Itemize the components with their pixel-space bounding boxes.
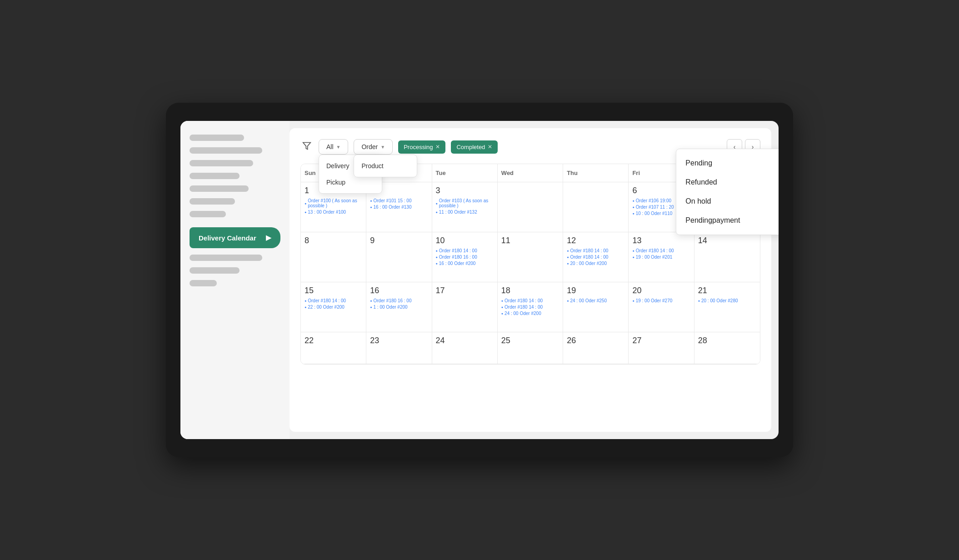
order-dropdown-wrapper: Order ▼ Product — [354, 139, 393, 155]
cal-event-10-3: 16 : 00 Oder #200 — [436, 261, 494, 266]
refunded-option[interactable]: Refunded — [676, 173, 779, 192]
header-thu: Thu — [563, 164, 629, 182]
cal-date-18: 18 — [501, 286, 559, 295]
cal-date-26: 26 — [567, 336, 624, 345]
cal-cell-9[interactable]: 9 — [366, 232, 432, 282]
sidebar-skeleton-10 — [190, 280, 217, 286]
order-dropdown-arrow: ▼ — [380, 145, 385, 150]
processing-tag-label: Processing — [404, 144, 433, 150]
order-select-button[interactable]: Order ▼ — [354, 139, 393, 155]
cal-event-12-1: Order #180 14 : 00 — [567, 248, 624, 253]
order-dropdown-menu: Product — [354, 155, 417, 177]
cal-cell-27[interactable]: 27 — [629, 332, 694, 364]
pendingpayment-option[interactable]: Pendingpayment — [676, 211, 779, 230]
cal-date-22: 22 — [305, 336, 362, 345]
cal-cell-26[interactable]: 26 — [563, 332, 629, 364]
sidebar-skeleton-6 — [190, 198, 235, 205]
cal-cell-17[interactable]: 17 — [432, 282, 498, 332]
cal-event-20-1: 19 : 00 Oder #270 — [632, 298, 690, 303]
all-label: All — [326, 143, 334, 150]
cal-event-18-1: Order #180 14 : 00 — [501, 298, 559, 303]
cal-date-25: 25 — [501, 336, 559, 345]
order-label: Order — [361, 143, 378, 150]
sidebar-skeleton-8 — [190, 255, 262, 261]
cal-event-2-1: Order #101 15 : 00 — [370, 198, 428, 203]
cal-date-24: 24 — [436, 336, 494, 345]
cal-cell-18[interactable]: 18 Order #180 14 : 00 Order #180 14 : 00… — [498, 282, 563, 332]
cal-date-8: 8 — [305, 236, 362, 245]
cal-event-2-2: 16 : 00 Order #130 — [370, 205, 428, 210]
cal-date-3: 3 — [436, 186, 494, 195]
on-hold-option[interactable]: On hold — [676, 192, 779, 211]
cal-cell-28[interactable]: 28 — [694, 332, 760, 364]
nav-arrow-icon: ▶ — [266, 234, 271, 242]
cal-date-17: 17 — [436, 286, 494, 295]
sidebar-skeleton-3 — [190, 160, 253, 166]
cal-event-3-2: 11 : 00 Order #132 — [436, 210, 494, 215]
calendar-week-2: 8 9 10 Order #180 14 : 00 Order #180 16 … — [301, 232, 760, 282]
delivery-calendar-label: Delivery Calendar — [199, 234, 256, 242]
toolbar: All ▼ Delivery Pickup Order ▼ — [300, 139, 760, 155]
completed-tag[interactable]: Completed ✕ — [451, 140, 498, 154]
pending-option[interactable]: Pending — [676, 154, 779, 173]
cal-cell-15[interactable]: 15 Order #180 14 : 00 22 : 00 Oder #200 — [301, 282, 366, 332]
cal-event-13-2: 19 : 00 Oder #201 — [632, 255, 690, 260]
sidebar-skeleton-1 — [190, 135, 244, 141]
all-select-button[interactable]: All ▼ — [319, 139, 348, 155]
cal-event-18-3: 24 : 00 Oder #200 — [501, 311, 559, 316]
cal-cell-20[interactable]: 20 19 : 00 Oder #270 — [629, 282, 694, 332]
cal-event-12-3: 20 : 00 Oder #200 — [567, 261, 624, 266]
cal-cell-11[interactable]: 11 — [498, 232, 563, 282]
cal-cell-14[interactable]: 14 — [694, 232, 760, 282]
cal-cell-23[interactable]: 23 — [366, 332, 432, 364]
cal-date-20: 20 — [632, 286, 690, 295]
cal-cell-4[interactable] — [498, 182, 563, 232]
cal-cell-19[interactable]: 19 24 : 00 Oder #250 — [563, 282, 629, 332]
cal-date-15: 15 — [305, 286, 362, 295]
cal-date-16: 16 — [370, 286, 428, 295]
processing-tag-close[interactable]: ✕ — [435, 144, 440, 150]
all-dropdown-arrow: ▼ — [336, 145, 341, 150]
cal-event-15-1: Order #180 14 : 00 — [305, 298, 362, 303]
cal-date-23: 23 — [370, 336, 428, 345]
cal-event-1-1: Order #100 ( As soon as possible ) — [305, 198, 362, 208]
all-dropdown-wrapper: All ▼ Delivery Pickup — [319, 139, 348, 155]
cal-cell-16[interactable]: 16 Order #180 16 : 00 1 : 00 Oder #200 — [366, 282, 432, 332]
cal-event-3-1: Order #103 ( As soon as possible ) — [436, 198, 494, 208]
calendar-week-3: 15 Order #180 14 : 00 22 : 00 Oder #200 … — [301, 282, 760, 332]
sidebar-skeleton-2 — [190, 147, 262, 154]
cal-date-13: 13 — [632, 236, 690, 245]
calendar-week-4: 22 23 24 25 26 27 — [301, 332, 760, 364]
product-option[interactable]: Product — [354, 158, 417, 174]
cal-cell-24[interactable]: 24 — [432, 332, 498, 364]
cal-event-21-1: 20 : 00 Oder #280 — [698, 298, 756, 303]
cal-date-9: 9 — [370, 236, 428, 245]
cal-event-13-1: Order #180 14 : 00 — [632, 248, 690, 253]
cal-event-10-1: Order #180 14 : 00 — [436, 248, 494, 253]
sidebar-item-delivery-calendar[interactable]: Delivery Calendar ▶ — [190, 227, 280, 248]
sidebar-skeleton-9 — [190, 267, 240, 274]
cal-event-10-2: Order #180 16 : 00 — [436, 255, 494, 260]
header-wed: Wed — [498, 164, 563, 182]
status-dropdown-menu: Pending Refunded On hold Pendingpayment — [676, 149, 779, 235]
sidebar-skeleton-7 — [190, 211, 226, 217]
cal-cell-25[interactable]: 25 — [498, 332, 563, 364]
cal-cell-8[interactable]: 8 — [301, 232, 366, 282]
cal-cell-21[interactable]: 21 20 : 00 Oder #280 — [694, 282, 760, 332]
cal-date-27: 27 — [632, 336, 690, 345]
cal-cell-12[interactable]: 12 Order #180 14 : 00 Order #180 14 : 00… — [563, 232, 629, 282]
cal-cell-5[interactable] — [563, 182, 629, 232]
cal-event-16-2: 1 : 00 Oder #200 — [370, 305, 428, 310]
cal-cell-3[interactable]: 3 Order #103 ( As soon as possible ) 11 … — [432, 182, 498, 232]
completed-tag-close[interactable]: ✕ — [488, 144, 492, 150]
filter-icon[interactable] — [300, 140, 313, 155]
cal-event-18-2: Order #180 14 : 00 — [501, 305, 559, 310]
svg-marker-0 — [303, 142, 311, 149]
processing-tag[interactable]: Processing ✕ — [398, 140, 445, 154]
cal-cell-10[interactable]: 10 Order #180 14 : 00 Order #180 16 : 00… — [432, 232, 498, 282]
cal-cell-13[interactable]: 13 Order #180 14 : 00 19 : 00 Oder #201 — [629, 232, 694, 282]
sidebar-skeleton-5 — [190, 185, 249, 192]
completed-tag-label: Completed — [456, 144, 485, 150]
app-container: Delivery Calendar ▶ All — [180, 121, 779, 439]
cal-cell-22[interactable]: 22 — [301, 332, 366, 364]
